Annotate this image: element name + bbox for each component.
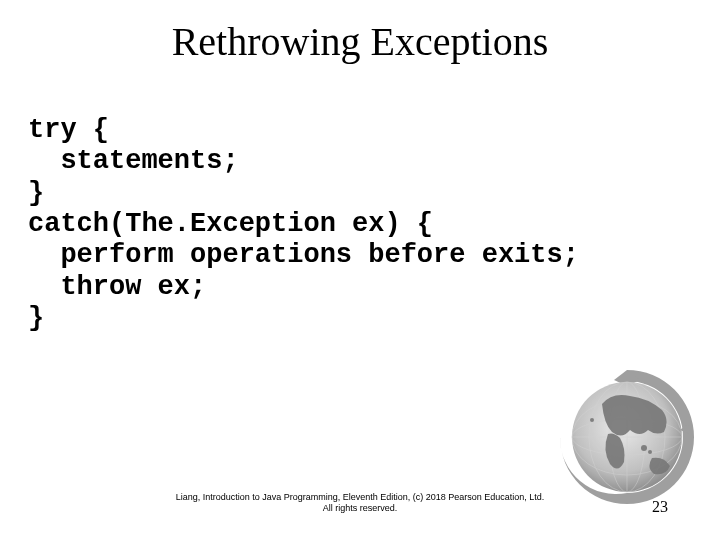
svg-point-9 <box>590 418 594 422</box>
footer-line-2: All rights reserved. <box>323 503 398 513</box>
globe-icon <box>552 362 702 512</box>
footer-line-1: Liang, Introduction to Java Programming,… <box>176 492 545 502</box>
svg-point-2 <box>572 399 682 475</box>
svg-point-7 <box>641 445 647 451</box>
code-block: try { statements; } catch(The.Exception … <box>28 115 579 334</box>
svg-point-8 <box>648 450 652 454</box>
svg-point-1 <box>572 419 682 455</box>
svg-point-4 <box>589 382 665 492</box>
slide: Rethrowing Exceptions try { statements; … <box>0 0 720 540</box>
footer-copyright: Liang, Introduction to Java Programming,… <box>0 492 720 515</box>
slide-title: Rethrowing Exceptions <box>0 18 720 65</box>
svg-point-3 <box>609 382 645 492</box>
page-number: 23 <box>652 498 668 516</box>
svg-point-0 <box>572 382 682 492</box>
